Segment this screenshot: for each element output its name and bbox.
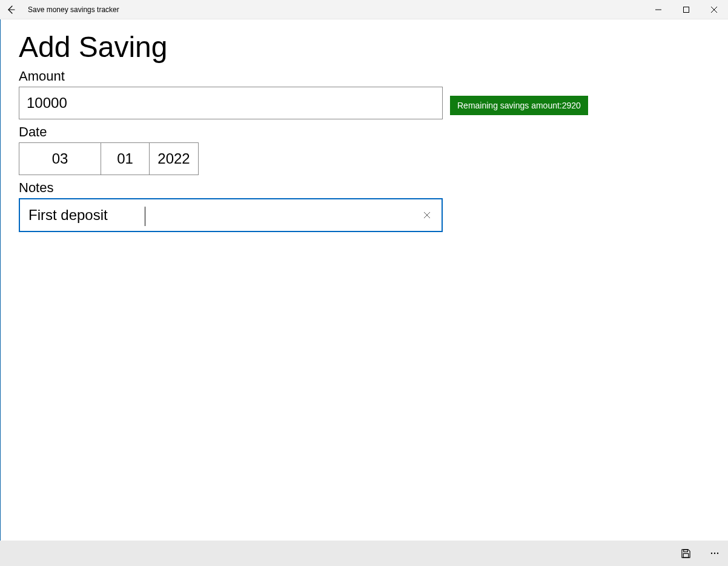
remaining-savings-badge: Remaining savings amount:2920 xyxy=(450,96,588,115)
minimize-button[interactable] xyxy=(644,0,672,19)
date-day-segment[interactable]: 01 xyxy=(101,143,150,175)
text-cursor xyxy=(145,207,145,226)
window-titlebar: Save money savings tracker xyxy=(0,0,728,19)
x-icon xyxy=(424,212,430,218)
notes-input-wrapper: First deposit xyxy=(19,198,443,232)
maximize-button[interactable] xyxy=(672,0,700,19)
svg-point-10 xyxy=(714,553,715,554)
minimize-icon xyxy=(655,7,661,13)
more-button[interactable] xyxy=(707,546,722,561)
svg-rect-2 xyxy=(684,7,689,13)
svg-point-9 xyxy=(711,553,712,554)
close-icon xyxy=(711,7,717,13)
page-title: Add Saving xyxy=(19,30,710,64)
save-icon xyxy=(681,548,691,559)
clear-notes-button[interactable] xyxy=(419,207,435,224)
svg-point-11 xyxy=(717,553,718,554)
ellipsis-icon xyxy=(710,548,720,558)
amount-input[interactable] xyxy=(19,87,443,119)
date-label: Date xyxy=(19,124,710,140)
back-button[interactable] xyxy=(5,4,17,16)
save-button[interactable] xyxy=(678,546,693,561)
back-arrow-icon xyxy=(6,5,16,15)
close-button[interactable] xyxy=(700,0,728,19)
svg-rect-8 xyxy=(683,553,689,558)
date-picker[interactable]: 03 01 2022 xyxy=(19,142,199,175)
remaining-value: 2920 xyxy=(562,101,581,110)
notes-input-value: First deposit xyxy=(28,207,108,224)
window-title: Save money savings tracker xyxy=(28,5,119,14)
date-month-segment[interactable]: 03 xyxy=(19,143,101,175)
titlebar-left-group: Save money savings tracker xyxy=(5,4,119,16)
date-year-segment[interactable]: 2022 xyxy=(150,143,198,175)
svg-rect-7 xyxy=(683,549,687,551)
window-controls xyxy=(644,0,728,19)
app-bottom-bar xyxy=(0,541,728,566)
page-content: Add Saving Amount Date 03 01 2022 Notes … xyxy=(0,19,728,541)
remaining-label: Remaining savings amount: xyxy=(457,101,562,110)
maximize-icon xyxy=(683,7,689,13)
notes-label: Notes xyxy=(19,180,710,196)
amount-label: Amount xyxy=(19,68,710,84)
notes-input[interactable]: First deposit xyxy=(19,198,443,232)
